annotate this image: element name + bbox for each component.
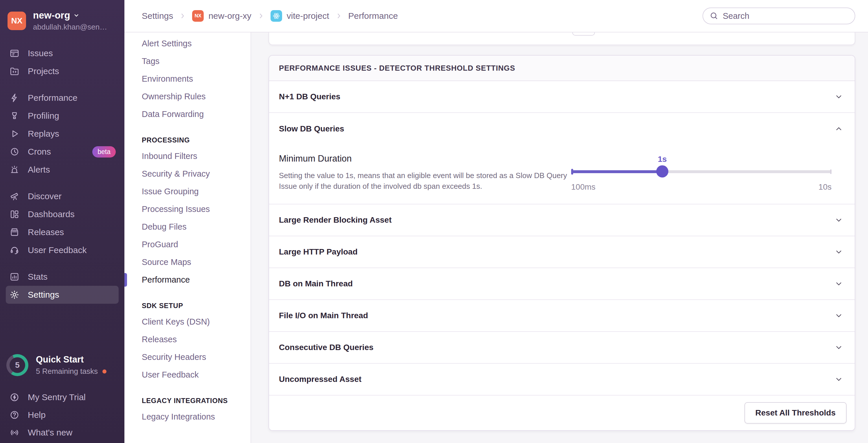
main-content: PERFORMANCE ISSUES - DETECTOR THRESHOLD … bbox=[251, 32, 868, 443]
sidebar-item-label: Releases bbox=[28, 227, 64, 237]
org-name: new-org bbox=[33, 10, 70, 21]
settings-nav-processing-issues[interactable]: Processing Issues bbox=[142, 200, 251, 218]
settings-nav-label: Alert Settings bbox=[142, 39, 191, 48]
accordion-row-large-render-blocking-asset[interactable]: Large Render Blocking Asset bbox=[269, 204, 855, 236]
settings-nav-releases[interactable]: Releases bbox=[142, 331, 251, 348]
settings-nav-inbound-filters[interactable]: Inbound Filters bbox=[142, 147, 251, 165]
sidebar-item-replays[interactable]: Replays bbox=[6, 125, 119, 143]
breadcrumb-label: new-org-xy bbox=[208, 11, 251, 21]
sidebar-item-help[interactable]: Help bbox=[6, 406, 119, 423]
accordion-row-label: Large HTTP Payload bbox=[279, 247, 358, 257]
chevron-down-icon bbox=[834, 343, 843, 352]
settings-nav-issue-grouping[interactable]: Issue Grouping bbox=[142, 183, 251, 200]
panel-title: PERFORMANCE ISSUES - DETECTOR THRESHOLD … bbox=[269, 56, 855, 81]
slider-max-tick bbox=[830, 169, 832, 174]
accordion-row-label: Consecutive DB Queries bbox=[279, 343, 374, 352]
breadcrumb-settings[interactable]: Settings bbox=[142, 11, 173, 21]
detector-threshold-panel: PERFORMANCE ISSUES - DETECTOR THRESHOLD … bbox=[269, 55, 855, 431]
sidebar-item-alerts[interactable]: Alerts bbox=[6, 161, 119, 179]
settings-nav-label: Security & Privacy bbox=[142, 169, 210, 179]
accordion-row-n-plus-one-db-queries[interactable]: N+1 DB Queries bbox=[269, 81, 855, 113]
scrolled-button-remnant bbox=[572, 32, 595, 36]
field-label: Minimum Duration bbox=[279, 153, 571, 164]
topbar: Settings NX new-org-xy vite-project Perf… bbox=[124, 0, 868, 32]
sidebar-item-profiling[interactable]: Profiling bbox=[6, 107, 119, 125]
sidebar-item-stats[interactable]: Stats bbox=[6, 268, 119, 286]
slider-max-label: 10s bbox=[818, 182, 832, 192]
settings-nav-label: Debug Files bbox=[142, 222, 187, 232]
settings-nav-data-forwarding[interactable]: Data Forwarding bbox=[142, 106, 251, 123]
breadcrumb-organization[interactable]: NX new-org-xy bbox=[192, 10, 251, 22]
accordion-row-slow-db-queries[interactable]: Slow DB Queries bbox=[269, 113, 855, 145]
settings-nav-section-legacy-integrations: LEGACY INTEGRATIONS bbox=[142, 393, 251, 408]
settings-nav-label: User Feedback bbox=[142, 370, 199, 380]
settings-nav-client-keys[interactable]: Client Keys (DSN) bbox=[142, 313, 251, 331]
settings-nav-legacy-integrations[interactable]: Legacy Integrations bbox=[142, 408, 251, 425]
slider-handle[interactable] bbox=[656, 165, 669, 177]
accordion-row-uncompressed-asset[interactable]: Uncompressed Asset bbox=[269, 364, 855, 395]
breadcrumb-label: Settings bbox=[142, 11, 173, 21]
sidebar-item-user-feedback[interactable]: User Feedback bbox=[6, 241, 119, 259]
chevron-up-icon bbox=[834, 124, 843, 133]
sidebar-item-label: Help bbox=[28, 410, 46, 420]
org-switcher[interactable]: NX new-org abdullah.khan@sen… bbox=[0, 10, 124, 32]
breadcrumb-project[interactable]: vite-project bbox=[271, 10, 329, 22]
quick-start[interactable]: 5 Quick Start 5 Remaining tasks bbox=[0, 354, 124, 376]
sidebar-item-label: Issues bbox=[28, 48, 53, 58]
accordion-row-label: DB on Main Thread bbox=[279, 279, 353, 288]
accordion-row-consecutive-db-queries[interactable]: Consecutive DB Queries bbox=[269, 332, 855, 364]
gear-icon bbox=[9, 289, 20, 300]
breadcrumb-label: Performance bbox=[348, 11, 398, 21]
sidebar-item-label: Alerts bbox=[28, 165, 50, 175]
sidebar-item-releases[interactable]: Releases bbox=[6, 223, 119, 241]
chevron-down-icon bbox=[73, 12, 80, 19]
reset-all-thresholds-button[interactable]: Reset All Thresholds bbox=[744, 402, 846, 423]
settings-nav-source-maps[interactable]: Source Maps bbox=[142, 253, 251, 271]
sidebar-item-whats-new[interactable]: What's new bbox=[6, 423, 119, 441]
accordion-row-large-http-payload[interactable]: Large HTTP Payload bbox=[269, 236, 855, 268]
sidebar-item-label: What's new bbox=[28, 427, 72, 438]
settings-nav-environments[interactable]: Environments bbox=[142, 70, 251, 88]
progress-ring: 5 bbox=[6, 354, 28, 376]
sidebar-item-crons[interactable]: Crons beta bbox=[6, 143, 119, 161]
settings-nav-user-feedback[interactable]: User Feedback bbox=[142, 366, 251, 384]
settings-nav-ownership-rules[interactable]: Ownership Rules bbox=[142, 88, 251, 106]
quick-start-title: Quick Start bbox=[36, 354, 106, 365]
lightning-icon bbox=[9, 92, 20, 104]
settings-nav-performance[interactable]: Performance bbox=[142, 271, 251, 289]
breadcrumb-label: vite-project bbox=[287, 11, 329, 21]
chevron-down-icon bbox=[834, 92, 843, 101]
settings-nav-security-headers[interactable]: Security Headers bbox=[142, 348, 251, 366]
settings-nav-alert-settings[interactable]: Alert Settings bbox=[142, 35, 251, 52]
settings-nav-proguard[interactable]: ProGuard bbox=[142, 236, 251, 253]
accordion-row-db-on-main-thread[interactable]: DB on Main Thread bbox=[269, 268, 855, 300]
org-avatar-small: NX bbox=[192, 10, 204, 22]
sidebar-item-settings[interactable]: Settings bbox=[6, 286, 119, 304]
settings-nav-label: Source Maps bbox=[142, 257, 191, 267]
folder-code-icon bbox=[9, 65, 20, 77]
accordion-row-file-io-on-main-thread[interactable]: File I/O on Main Thread bbox=[269, 300, 855, 332]
sidebar-item-issues[interactable]: Issues bbox=[6, 44, 119, 62]
dashboard-grid-icon bbox=[9, 208, 20, 220]
app-root: NX new-org abdullah.khan@sen… Issues Pro… bbox=[0, 0, 868, 443]
search-input[interactable] bbox=[723, 11, 848, 21]
org-meta: new-org abdullah.khan@sen… bbox=[33, 10, 107, 32]
main-column: Settings NX new-org-xy vite-project Perf… bbox=[124, 0, 868, 443]
settings-nav-debug-files[interactable]: Debug Files bbox=[142, 218, 251, 236]
sidebar-item-label: Replays bbox=[28, 129, 59, 139]
chevron-down-icon bbox=[834, 375, 843, 384]
nav-group-issues: Issues Projects bbox=[0, 44, 124, 80]
accordion-row-label: File I/O on Main Thread bbox=[279, 311, 368, 320]
sidebar-item-performance[interactable]: Performance bbox=[6, 89, 119, 107]
settings-nav-tags[interactable]: Tags bbox=[142, 52, 251, 70]
sidebar-item-discover[interactable]: Discover bbox=[6, 187, 119, 205]
primary-nav: Issues Projects Performance Profiling bbox=[0, 44, 124, 313]
settings-nav-label: ProGuard bbox=[142, 240, 178, 249]
nav-group-performance: Performance Profiling Replays Crons beta bbox=[0, 89, 124, 179]
sidebar-item-dashboards[interactable]: Dashboards bbox=[6, 205, 119, 223]
sidebar-item-my-sentry-trial[interactable]: My Sentry Trial bbox=[6, 388, 119, 406]
sidebar-item-projects[interactable]: Projects bbox=[6, 62, 119, 80]
nav-group-stats: Stats Settings bbox=[0, 268, 124, 304]
settings-nav-security-privacy[interactable]: Security & Privacy bbox=[142, 165, 251, 183]
settings-nav-label: Client Keys (DSN) bbox=[142, 317, 210, 327]
